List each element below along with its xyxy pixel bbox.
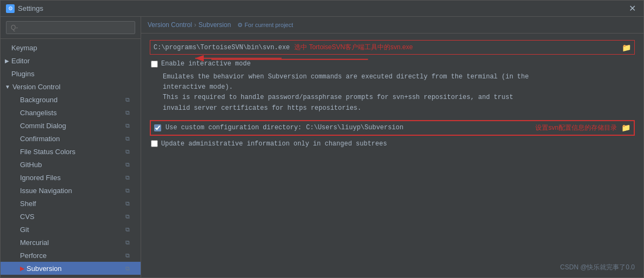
sidebar-item-plugins[interactable]: Plugins <box>1 67 141 80</box>
update-admin-row: Update administrative information only i… <box>150 140 635 148</box>
copy-icon: ⧉ <box>125 161 130 168</box>
config-dir-annotation: 设置svn配置信息的存储目录 <box>535 123 617 133</box>
sidebar-item-commit-dialog[interactable]: Commit Dialog ⧉ <box>1 119 141 132</box>
sidebar-item-version-control[interactable]: ▼ Version Control <box>1 80 141 93</box>
sidebar-item-cvs[interactable]: CVS ⧉ <box>1 210 141 223</box>
annotation-arrows <box>141 34 643 277</box>
copy-icon: ⧉ <box>125 239 130 246</box>
svn-exe-row: C:\programs\TortoiseSVN\bin\svn.exe 选中 T… <box>150 40 635 55</box>
copy-icon: ⧉ <box>125 265 130 272</box>
sidebar-item-changelists[interactable]: Changelists ⧉ <box>1 106 141 119</box>
copy-icon: ⧉ <box>125 200 130 207</box>
settings-content: C:\programs\TortoiseSVN\bin\svn.exe 选中 T… <box>141 34 643 277</box>
config-dir-row: Use custom configuration directory: C:\U… <box>150 120 635 136</box>
chevron-right-icon: ▶ <box>5 58 9 64</box>
copy-icon: ⧉ <box>125 96 130 103</box>
svn-exe-annotation: 选中 TortoiseSVN客户端工具中的svn.exe <box>294 43 618 52</box>
watermark: CSDN @快乐就完事了0.0 <box>560 263 635 272</box>
folder-icon[interactable]: 📁 <box>622 43 631 52</box>
window-title: Settings <box>18 4 627 12</box>
sidebar-item-confirmation[interactable]: Confirmation ⧉ <box>1 132 141 145</box>
config-dir-path: C:\Users\liuyp\Subversion <box>306 124 531 131</box>
search-input[interactable] <box>6 21 135 34</box>
sidebar-item-subversion[interactable]: ▶ Subversion ⧉ <box>1 262 141 275</box>
breadcrumb-project[interactable]: ⚙ For current project <box>237 22 293 29</box>
breadcrumb-subversion: Subversion <box>198 21 231 29</box>
arrow-right-icon: ▶ <box>20 265 24 272</box>
sidebar-item-editor[interactable]: ▶ Editor <box>1 54 141 67</box>
copy-icon: ⧉ <box>125 122 130 129</box>
update-admin-label[interactable]: Update administrative information only i… <box>161 140 387 148</box>
copy-icon: ⧉ <box>125 109 130 116</box>
description-line2: interactive mode). <box>163 82 635 92</box>
main-panel: Version Control › Subversion ⚙ For curre… <box>141 17 643 277</box>
sidebar-item-shelf[interactable]: Shelf ⧉ <box>1 197 141 210</box>
description-block: Emulates the behavior when Subversion co… <box>150 72 635 114</box>
sidebar-list: Keymap ▶ Editor Plugins ▼ Version Contro… <box>1 39 141 277</box>
copy-icon: ⧉ <box>125 187 130 194</box>
enable-interactive-row: Enable interactive mode <box>150 60 635 68</box>
close-button[interactable]: ✕ <box>627 3 638 14</box>
sidebar-item-ignored-files[interactable]: Ignored Files ⧉ <box>1 171 141 184</box>
sidebar-item-mercurial[interactable]: Mercurial ⧉ <box>1 236 141 249</box>
use-custom-config-label[interactable]: Use custom configuration directory: <box>165 124 302 131</box>
svn-exe-path: C:\programs\TortoiseSVN\bin\svn.exe <box>154 44 290 51</box>
sidebar: Keymap ▶ Editor Plugins ▼ Version Contro… <box>1 17 141 277</box>
sidebar-item-background[interactable]: Background ⧉ <box>1 93 141 106</box>
enable-interactive-checkbox[interactable] <box>151 61 158 68</box>
breadcrumb-separator: › <box>194 21 196 29</box>
titlebar: ⚙ Settings ✕ <box>1 1 643 17</box>
chevron-down-icon: ▼ <box>5 84 10 90</box>
update-admin-checkbox[interactable] <box>151 140 158 147</box>
use-custom-config-checkbox[interactable] <box>154 124 161 131</box>
enable-interactive-label[interactable]: Enable interactive mode <box>161 60 251 68</box>
sidebar-item-perforce[interactable]: Perforce ⧉ <box>1 249 141 262</box>
copy-icon: ⧉ <box>125 252 130 259</box>
copy-icon: ⧉ <box>125 135 130 142</box>
sidebar-item-issue-navigation[interactable]: Issue Navigation ⧉ <box>1 184 141 197</box>
copy-icon: ⧉ <box>125 226 130 233</box>
settings-window: ⚙ Settings ✕ Keymap ▶ Editor Plugins <box>0 0 644 278</box>
sidebar-item-github[interactable]: GitHub ⧉ <box>1 158 141 171</box>
description-line3: This is required to handle password/pass… <box>163 92 635 103</box>
description-line1: Emulates the behavior when Subversion co… <box>163 72 635 82</box>
main-layout: Keymap ▶ Editor Plugins ▼ Version Contro… <box>1 17 643 277</box>
sidebar-item-file-status-colors[interactable]: File Status Colors ⧉ <box>1 145 141 158</box>
copy-icon: ⧉ <box>125 148 130 155</box>
folder-icon-2[interactable]: 📁 <box>621 123 630 132</box>
description-line4: invalid server certificates for https re… <box>163 103 635 114</box>
copy-icon: ⧉ <box>125 174 130 181</box>
sidebar-item-keymap[interactable]: Keymap <box>1 41 141 54</box>
sidebar-item-git[interactable]: Git ⧉ <box>1 223 141 236</box>
breadcrumb: Version Control › Subversion ⚙ For curre… <box>141 17 643 34</box>
breadcrumb-version-control[interactable]: Version Control <box>148 21 192 29</box>
app-icon: ⚙ <box>6 4 15 13</box>
search-box <box>1 17 141 39</box>
sidebar-item-tfs[interactable]: TFS ⧉ <box>1 275 141 277</box>
copy-icon: ⧉ <box>125 213 130 220</box>
